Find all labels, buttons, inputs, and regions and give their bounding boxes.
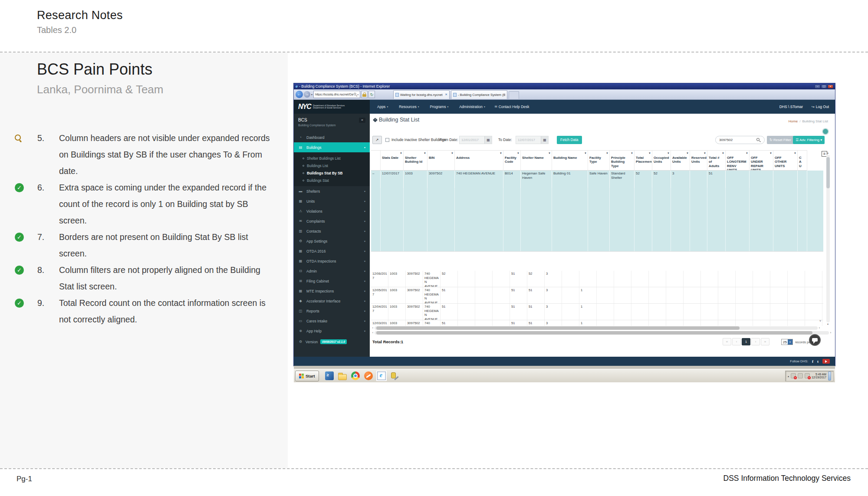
sidebar-item[interactable]: ⚙ App Settings ▾ bbox=[294, 236, 370, 246]
filter-funnel-icon[interactable]: ▼ bbox=[722, 151, 724, 156]
filter-funnel-icon[interactable]: ▼ bbox=[606, 151, 608, 156]
sidebar-item[interactable]: ⊕ App Help ▾ bbox=[294, 326, 370, 336]
column-header[interactable]: Stats Date ▼ bbox=[381, 151, 404, 170]
facebook-icon[interactable]: f bbox=[812, 359, 813, 364]
sidebar-subitem[interactable]: Buildings List bbox=[294, 162, 370, 169]
explorer-icon[interactable] bbox=[338, 374, 347, 380]
filter-funnel-icon[interactable]: ▼ bbox=[584, 151, 587, 156]
pager-button[interactable]: › bbox=[751, 338, 760, 345]
sidebar-item[interactable]: ▭ Cares Intake ▾ bbox=[294, 316, 370, 326]
filter-funnel-icon[interactable]: ▼ bbox=[517, 151, 519, 156]
column-header[interactable]: OFF OTHER UNITS ▼ bbox=[773, 151, 798, 170]
filter-funnel-icon[interactable]: ▼ bbox=[648, 151, 651, 156]
sidebar-item[interactable]: ⊡ Admin ▾ bbox=[294, 266, 370, 276]
tray-alert-icon[interactable] bbox=[791, 373, 796, 378]
include-inactive-checkbox[interactable] bbox=[385, 138, 389, 142]
column-header[interactable]: Available Units ▼ bbox=[671, 151, 690, 170]
export-button[interactable]: ↗ bbox=[372, 136, 382, 144]
filter-funnel-icon[interactable]: ▼ bbox=[548, 151, 551, 156]
close-button[interactable]: ✕ bbox=[828, 85, 833, 89]
search-dropdown-icon[interactable]: ▾ bbox=[358, 93, 359, 96]
nav-item[interactable]: Apps ▾ bbox=[376, 105, 388, 109]
back-button[interactable]: ← bbox=[296, 91, 303, 98]
filter-funnel-icon[interactable]: ▼ bbox=[667, 151, 670, 156]
sidebar-item[interactable]: ◆ Accelerator Interface ▾ bbox=[294, 296, 370, 306]
filter-funnel-icon[interactable]: ▼ bbox=[794, 151, 796, 156]
column-header[interactable]: Occupied Units ▼ bbox=[652, 151, 671, 170]
sidebar-item[interactable]: ◫ Reports ▾ bbox=[294, 306, 370, 316]
address-input[interactable]: https://bcsstg.dhs.nycnet/Dashboard/Inde… bbox=[313, 91, 360, 98]
horizontal-scrollbar[interactable]: ‹ › bbox=[371, 326, 821, 330]
sidebar-item[interactable]: ✉ Complaints ▾ bbox=[294, 216, 370, 226]
youtube-icon[interactable] bbox=[822, 359, 830, 364]
scroll-up-icon[interactable]: ▴ bbox=[827, 151, 829, 154]
chrome-icon[interactable] bbox=[351, 371, 360, 380]
reset-filter-button[interactable]: ↻ Reset Filter bbox=[767, 136, 794, 144]
column-header[interactable]: Facility Code ▼ bbox=[503, 151, 521, 170]
internet-explorer-icon[interactable] bbox=[377, 371, 386, 380]
pager-button[interactable]: » bbox=[761, 338, 769, 345]
filter-funnel-icon[interactable]: ▼ bbox=[631, 151, 633, 156]
sidebar-subitem[interactable]: Buildings Stat bbox=[294, 177, 370, 184]
start-button[interactable]: Start bbox=[295, 371, 319, 381]
nav-item[interactable]: Programs ▾ bbox=[429, 105, 449, 109]
column-header[interactable]: C A U bbox=[798, 151, 807, 170]
scroll-down-icon[interactable]: ˅ bbox=[819, 319, 821, 322]
user-label[interactable]: DHS \ STomar bbox=[779, 105, 803, 109]
logout-button[interactable]: ↪ Log Out bbox=[812, 105, 829, 109]
column-header[interactable]: Reserved Units ▼ bbox=[690, 151, 707, 170]
column-header[interactable]: Building Name ▼ bbox=[552, 151, 588, 170]
sidebar-item[interactable]: ▦ OTDA 2016 ▾ bbox=[294, 246, 370, 256]
pager-button[interactable]: « bbox=[723, 338, 731, 345]
horizontal-scrollbar[interactable]: ‹ › bbox=[371, 331, 832, 335]
sidebar-item[interactable]: ◔ Dashboard bbox=[294, 132, 370, 142]
tab-close-icon[interactable]: ✕ bbox=[445, 93, 447, 96]
scroll-right-icon[interactable]: › bbox=[818, 326, 821, 330]
scrollbar-thumb[interactable] bbox=[376, 331, 812, 335]
chat-widget-icon[interactable] bbox=[809, 334, 821, 346]
column-header[interactable]: OFF LONGTERM RENV UNITS ▼ bbox=[726, 151, 750, 170]
sidebar-item[interactable]: ▦ OTDA Inspections ▾ bbox=[294, 256, 370, 266]
from-date-input[interactable]: 12/01/2017 ▦ bbox=[459, 136, 492, 144]
powershell-icon[interactable] bbox=[325, 371, 334, 380]
tray-clock[interactable]: 5:49 AM 12/19/2017 bbox=[812, 373, 826, 379]
filter-funnel-icon[interactable]: ▼ bbox=[424, 151, 426, 156]
breadcrumb-home[interactable]: Home bbox=[789, 119, 798, 123]
column-header[interactable]: Address ▼ bbox=[455, 151, 503, 170]
browser-tab[interactable]: - Building Compliance System (B... bbox=[451, 90, 507, 99]
fetch-data-button[interactable]: Fetch Data bbox=[557, 136, 582, 144]
filter-funnel-icon[interactable]: ▼ bbox=[400, 151, 402, 156]
forward-button[interactable]: → bbox=[304, 91, 310, 98]
scroll-right-icon[interactable]: › bbox=[829, 331, 832, 335]
tray-expand-icon[interactable]: ▴ bbox=[788, 374, 789, 378]
column-header[interactable] bbox=[371, 151, 381, 170]
history-dropdown-icon[interactable]: ▾ bbox=[311, 93, 312, 96]
sidebar-item[interactable]: ⚠ Violations ▾ bbox=[294, 206, 370, 216]
app-orange-icon[interactable] bbox=[364, 371, 373, 380]
calendar-icon[interactable]: ▦ bbox=[484, 136, 492, 144]
browser-tab[interactable]: Waiting for bcsstg.dhs.nycnet ✕ bbox=[393, 90, 450, 99]
tray-icon[interactable] bbox=[798, 373, 803, 378]
scrollbar-thumb[interactable] bbox=[826, 157, 830, 188]
filter-funnel-icon[interactable]: ▼ bbox=[500, 151, 502, 156]
column-header[interactable]: BIN ▼ bbox=[427, 151, 455, 170]
sidebar-subitem[interactable]: Shelter Buildings List bbox=[294, 154, 370, 162]
sidebar-item[interactable]: ▤ Buildings ▾ bbox=[294, 142, 370, 152]
calendar-icon[interactable]: ▦ bbox=[541, 136, 548, 144]
pager-button[interactable]: 1 bbox=[742, 338, 750, 345]
scrollbar-thumb[interactable] bbox=[376, 326, 740, 330]
adv-filtering-button[interactable]: ☰ Adv. Filtering ▾ bbox=[793, 136, 825, 144]
nav-item[interactable]: Administration ▾ bbox=[458, 105, 485, 109]
vertical-scrollbar[interactable]: ▴ ▾ bbox=[826, 151, 830, 326]
column-header[interactable]: Principle Building Type ▼ bbox=[610, 151, 635, 170]
filter-funnel-icon[interactable]: ▼ bbox=[769, 151, 772, 156]
sidebar-item[interactable]: ▥ Contacts ▾ bbox=[294, 226, 370, 236]
refresh-button[interactable]: ↻ bbox=[368, 91, 375, 98]
filter-funnel-icon[interactable]: ▼ bbox=[451, 151, 454, 156]
pager-button[interactable]: ‹ bbox=[732, 338, 741, 345]
filter-funnel-icon[interactable]: ▼ bbox=[686, 151, 689, 156]
new-tab-button[interactable] bbox=[509, 91, 519, 99]
column-header[interactable]: Shelter Name ▼ bbox=[521, 151, 552, 170]
scroll-left-icon[interactable]: ‹ bbox=[371, 326, 375, 330]
show-desktop-button[interactable] bbox=[828, 371, 831, 381]
